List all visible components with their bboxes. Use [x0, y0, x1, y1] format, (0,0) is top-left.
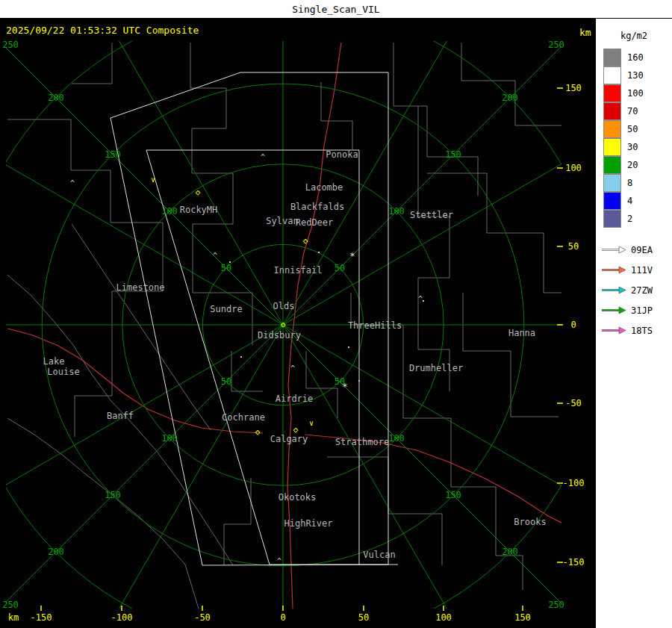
legend-entry: 50: [603, 120, 672, 138]
tracker-id: 111V: [631, 265, 653, 276]
radar-display-window: 2502001501005025020015010050250200150100…: [0, 0, 672, 628]
tracker-id: 27ZW: [631, 285, 653, 296]
legend-entry: 20: [603, 156, 672, 174]
tracker-arrow-icon: [600, 285, 627, 295]
tracker-id: 18TS: [631, 326, 653, 336]
legend-swatch: [603, 138, 621, 156]
legend-sidebar: kg/m2 16013010070503020842 09EA111V27ZW3…: [596, 19, 672, 628]
legend-swatch: [603, 84, 621, 102]
axis-ticks: [41, 88, 563, 611]
tracker-arrow-icon: [600, 305, 627, 315]
legend-entry: 100: [603, 84, 672, 102]
legend-entry: 8: [603, 174, 672, 192]
legend-entry: 4: [603, 192, 672, 210]
legend-value: 130: [627, 70, 644, 81]
legend-swatch: [603, 102, 621, 120]
legend-value: 50: [627, 124, 638, 134]
range-rings: [0, 0, 672, 628]
tracker-id: 09EA: [631, 245, 653, 255]
legend-swatch: [603, 174, 621, 192]
legend-entry: 130: [603, 66, 672, 84]
legend-value: 20: [627, 160, 638, 170]
tracker-list: 09EA111V27ZW31JP18TS: [596, 240, 672, 341]
legend-value: 30: [627, 142, 638, 152]
radar-scan-boundary: [111, 72, 398, 565]
timestamp: 2025/09/22 01:53:32 UTC Composite: [6, 25, 199, 36]
legend-scale: 16013010070503020842: [596, 49, 672, 228]
legend-swatch: [603, 192, 621, 210]
radar-map: [0, 0, 672, 628]
legend-value: 2: [627, 214, 632, 224]
legend-swatch: [603, 49, 621, 66]
legend-value: 4: [627, 196, 632, 206]
tracker-arrow-icon: [600, 265, 627, 275]
tracker-entry: 31JP: [600, 300, 672, 320]
legend-swatch: [603, 120, 621, 138]
legend-value: 160: [627, 52, 644, 63]
legend-entry: 30: [603, 138, 672, 156]
legend-entry: 70: [603, 102, 672, 120]
tracker-entry: 111V: [600, 260, 672, 280]
legend-entry: 160: [603, 49, 672, 66]
legend-swatch: [603, 210, 621, 228]
legend-unit: kg/m2: [596, 31, 672, 41]
legend-value: 100: [627, 88, 644, 99]
legend-value: 8: [627, 178, 632, 188]
title-bar: Single_Scan_VIL: [0, 0, 672, 19]
tracker-entry: 09EA: [600, 240, 672, 260]
window-title: Single_Scan_VIL: [292, 4, 379, 15]
legend-entry: 2: [603, 210, 672, 228]
legend-value: 70: [627, 106, 638, 116]
tracker-entry: 18TS: [600, 320, 672, 341]
y-axis-unit: km: [579, 27, 591, 38]
tracker-arrow-icon: [600, 326, 627, 335]
tracker-arrow-icon: [600, 245, 627, 255]
legend-swatch: [603, 66, 621, 84]
tracker-entry: 27ZW: [600, 280, 672, 300]
tracker-id: 31JP: [631, 305, 653, 316]
legend-swatch: [603, 156, 621, 174]
